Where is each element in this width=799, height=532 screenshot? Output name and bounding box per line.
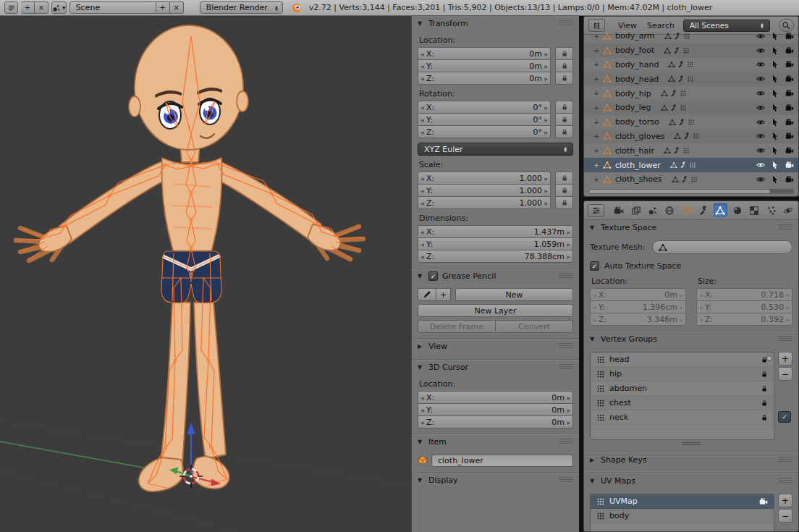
vertex-group-grid-icon[interactable] [680, 104, 687, 111]
layout-close-button[interactable]: × [35, 1, 48, 14]
scene-name-field[interactable]: Scene [69, 1, 156, 14]
selectable-cursor-icon[interactable] [771, 32, 779, 41]
tab-object-data-active[interactable] [714, 203, 727, 217]
outliner-row-body-head[interactable]: +body_head [584, 72, 798, 86]
item-panel-header[interactable]: ▼ Item [418, 434, 573, 449]
expand-icon[interactable]: + [593, 104, 600, 111]
visibility-eye-icon[interactable] [756, 32, 765, 41]
texspace-location-z-slider[interactable]: ◀Z:3.346m▶ [590, 313, 686, 326]
cursor-z-slider[interactable]: ◀Z:0m▶ [418, 415, 573, 428]
panel-grip-icon[interactable] [559, 364, 573, 371]
list-scrollbar-knob[interactable] [766, 355, 772, 361]
object-name[interactable]: body_torso [615, 117, 659, 127]
panel-grip-icon[interactable] [778, 336, 792, 342]
convert-button[interactable]: Convert [496, 320, 573, 333]
texture-mesh-selector[interactable] [652, 240, 792, 254]
vertex-group-name[interactable]: neck [609, 413, 628, 422]
outliner-row-body-leg[interactable]: +body_leg [584, 101, 798, 115]
uv-map-add-button[interactable]: + [778, 494, 792, 507]
cursor-x-slider[interactable]: ◀X:0m▶ [418, 391, 573, 404]
decrement-arrow-icon[interactable]: ◀ [420, 188, 424, 193]
render-camera-icon[interactable] [759, 497, 768, 506]
panel-grip-icon[interactable] [559, 20, 573, 27]
modifier-wrench-icon[interactable] [678, 119, 685, 126]
increment-arrow-icon[interactable]: ▶ [567, 229, 570, 235]
selectable-cursor-icon[interactable] [771, 132, 779, 140]
lock-location-y-button[interactable] [555, 59, 573, 72]
visibility-eye-icon[interactable] [756, 175, 765, 184]
modifier-wrench-icon[interactable] [670, 104, 677, 111]
vertex-group-grid-icon[interactable] [693, 132, 700, 140]
vertex-group-row-chest[interactable]: chest [591, 396, 774, 410]
object-name[interactable]: cloth_lower [615, 161, 661, 170]
panel-grip-icon[interactable] [778, 457, 792, 463]
decrement-arrow-icon[interactable]: ◀ [420, 64, 424, 69]
modifier-wrench-icon[interactable] [681, 176, 688, 183]
mesh-data-icon[interactable] [672, 176, 679, 183]
lock-rotation-z-button[interactable] [555, 125, 573, 138]
delete-frame-button[interactable]: Delete Frame [418, 320, 496, 333]
vertex-group-row-hip[interactable]: hip [591, 367, 774, 381]
tab-texture[interactable] [748, 203, 761, 217]
renderable-camera-icon[interactable] [785, 118, 794, 127]
vertex-groups-panel-header[interactable]: ▼ Vertex Groups [590, 332, 792, 347]
texspace-size-z-slider[interactable]: ◀Z:0.392▶ [696, 313, 792, 326]
decrement-arrow-icon[interactable]: ◀ [420, 117, 424, 122]
decrement-arrow-icon[interactable]: ◀ [420, 420, 424, 425]
renderable-camera-icon[interactable] [785, 60, 794, 69]
increment-arrow-icon[interactable]: ▶ [544, 200, 548, 206]
modifier-wrench-icon[interactable] [680, 161, 687, 169]
vertex-group-row-neck[interactable]: neck [591, 410, 774, 425]
lock-location-z-button[interactable] [555, 72, 573, 85]
modifier-wrench-icon[interactable] [674, 33, 681, 40]
object-name[interactable]: body_leg [615, 103, 651, 112]
vertex-group-grid-icon[interactable] [680, 90, 687, 97]
selectable-cursor-icon[interactable] [771, 161, 779, 169]
uv-map-row-uvmap-active[interactable]: UVMap [591, 494, 774, 509]
vertex-group-grid-icon[interactable] [687, 75, 694, 83]
uv-map-remove-button[interactable]: − [778, 509, 792, 523]
decrement-arrow-icon[interactable]: ◀ [420, 229, 424, 235]
vertex-group-grid-icon[interactable] [690, 176, 698, 183]
vertex-group-name[interactable]: hip [609, 369, 622, 379]
increment-arrow-icon[interactable]: ▶ [544, 188, 548, 193]
panel-grip-icon[interactable] [559, 343, 573, 350]
lock-location-x-button[interactable] [555, 47, 573, 60]
lock-icon[interactable] [761, 400, 768, 407]
tab-render-layers[interactable] [630, 203, 643, 217]
modifier-wrench-icon[interactable] [670, 90, 677, 97]
scene-add-button[interactable]: + [156, 1, 170, 14]
grease-pencil-panel-header[interactable]: ▼ ✓ Grease Pencil [418, 269, 573, 284]
object-name[interactable]: body_arm [615, 31, 655, 41]
cursor-3d-panel-header[interactable]: ▼ 3D Cursor [418, 360, 573, 375]
location-x-slider[interactable]: ◀X:0m▶ [418, 47, 551, 60]
increment-arrow-icon[interactable]: ▶ [544, 105, 548, 110]
tab-physics[interactable] [782, 203, 795, 217]
tab-modifiers[interactable] [697, 203, 710, 217]
outliner-row-body-foot[interactable]: +body_foot [584, 43, 798, 58]
selectable-cursor-icon[interactable] [771, 46, 779, 55]
increment-arrow-icon[interactable]: ▶ [544, 51, 548, 56]
tab-world[interactable] [663, 203, 676, 217]
mesh-data-icon[interactable] [670, 161, 677, 169]
increment-arrow-icon[interactable]: ▶ [544, 117, 548, 122]
lock-rotation-y-button[interactable] [555, 113, 573, 126]
mesh-data-icon[interactable] [664, 47, 671, 54]
increment-arrow-icon[interactable]: ▶ [544, 176, 548, 181]
panel-grip-icon[interactable] [778, 478, 792, 484]
expand-icon[interactable]: + [593, 75, 600, 83]
texspace-size-x-slider[interactable]: ◀X:0.718▶ [696, 288, 792, 301]
expand-icon[interactable]: + [593, 47, 600, 54]
dimensions-z-slider[interactable]: ◀Z:78.388cm▶ [418, 250, 573, 263]
object-name[interactable]: body_head [615, 75, 659, 84]
rotation-y-slider[interactable]: ◀Y:0°▶ [418, 113, 551, 126]
lock-icon[interactable] [761, 371, 768, 378]
vertex-group-grid-icon[interactable] [682, 147, 690, 154]
object-name[interactable]: cloth_gloves [615, 132, 664, 141]
mesh-data-icon[interactable] [669, 119, 676, 126]
decrement-arrow-icon[interactable]: ◀ [420, 408, 424, 413]
visibility-eye-icon[interactable] [756, 60, 765, 69]
outliner-row-body-torso[interactable]: +body_torso [584, 115, 798, 130]
editor-type-properties-button[interactable] [588, 204, 604, 217]
uv-map-row-body[interactable]: body [591, 509, 774, 523]
